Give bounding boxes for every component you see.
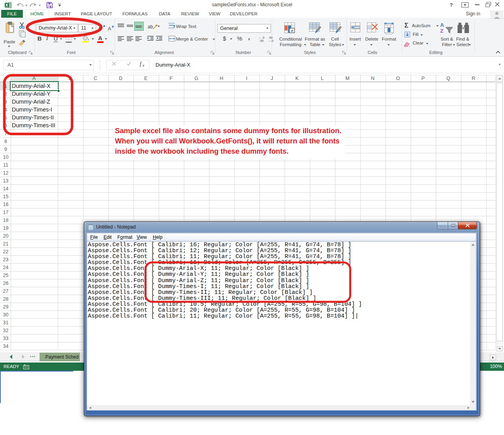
- svg-text:12: 12: [3, 170, 9, 176]
- svg-text:15: 15: [3, 194, 9, 199]
- svg-text:21: 21: [3, 241, 9, 247]
- svg-text:N: N: [371, 76, 374, 81]
- svg-text:I: I: [246, 76, 247, 81]
- svg-text:1: 1: [4, 84, 7, 89]
- svg-text:2: 2: [4, 91, 7, 97]
- svg-text:20: 20: [3, 233, 9, 239]
- svg-text:6: 6: [4, 123, 7, 128]
- svg-text:≠: ≠: [291, 28, 293, 33]
- svg-text:22: 22: [3, 249, 9, 255]
- svg-text:x: x: [142, 63, 145, 67]
- svg-text:G: G: [195, 76, 198, 81]
- svg-text:24: 24: [3, 265, 9, 270]
- svg-text:D: D: [119, 76, 122, 81]
- svg-text:B: B: [69, 76, 72, 81]
- svg-text:A: A: [32, 76, 36, 81]
- svg-text:31: 31: [3, 320, 9, 325]
- svg-text:f: f: [140, 61, 142, 67]
- svg-text:33: 33: [3, 336, 9, 341]
- svg-text:Dummy-Times-II: Dummy-Times-II: [12, 114, 54, 121]
- svg-text:C: C: [94, 76, 97, 81]
- svg-text:.00: .00: [259, 39, 264, 42]
- svg-text:19: 19: [3, 225, 9, 231]
- svg-text:13: 13: [3, 178, 9, 184]
- svg-text:8: 8: [4, 139, 7, 144]
- svg-text:L: L: [321, 76, 324, 81]
- svg-text:28: 28: [3, 296, 9, 302]
- svg-text:25: 25: [3, 273, 9, 278]
- svg-text:32: 32: [3, 328, 9, 333]
- svg-text:Dummy-Arial-X: Dummy-Arial-X: [12, 83, 51, 89]
- svg-text:K: K: [295, 76, 299, 81]
- svg-text:J: J: [271, 76, 273, 81]
- svg-text:9: 9: [4, 147, 7, 152]
- svg-text:29: 29: [3, 304, 9, 310]
- svg-text:Dummy-Arial-Y: Dummy-Arial-Y: [12, 91, 51, 97]
- svg-text:4: 4: [4, 107, 7, 113]
- svg-text:F: F: [170, 76, 173, 81]
- svg-text:14: 14: [3, 186, 9, 191]
- svg-text:30: 30: [3, 312, 9, 318]
- svg-text:7: 7: [4, 131, 7, 136]
- svg-text:11: 11: [3, 162, 8, 168]
- svg-text:17: 17: [3, 210, 9, 215]
- svg-text:P: P: [421, 76, 424, 81]
- svg-text:27: 27: [3, 288, 9, 294]
- svg-text:Dummy-Arial-Z: Dummy-Arial-Z: [12, 99, 50, 105]
- svg-text:Dummy-Times-I: Dummy-Times-I: [12, 106, 52, 113]
- svg-text:Q: Q: [447, 76, 450, 81]
- svg-text:18: 18: [3, 217, 9, 223]
- svg-text:R: R: [472, 76, 475, 81]
- svg-text:M: M: [345, 76, 349, 81]
- svg-text:E: E: [144, 76, 147, 81]
- svg-text:5: 5: [4, 115, 7, 121]
- svg-text:Dummy-Times-III: Dummy-Times-III: [12, 122, 56, 128]
- svg-text:10: 10: [3, 154, 9, 160]
- svg-text:ab: ab: [148, 24, 153, 30]
- svg-text:16: 16: [3, 202, 9, 207]
- svg-text:O: O: [396, 76, 400, 81]
- svg-text:34: 34: [3, 344, 9, 349]
- svg-text:23: 23: [3, 257, 9, 262]
- svg-text:A: A: [440, 22, 444, 28]
- svg-text:→.0: →.0: [268, 39, 274, 42]
- svg-text:26: 26: [3, 281, 9, 286]
- svg-text:H: H: [220, 76, 223, 81]
- svg-text:3: 3: [4, 99, 7, 105]
- svg-text:Z: Z: [440, 28, 443, 34]
